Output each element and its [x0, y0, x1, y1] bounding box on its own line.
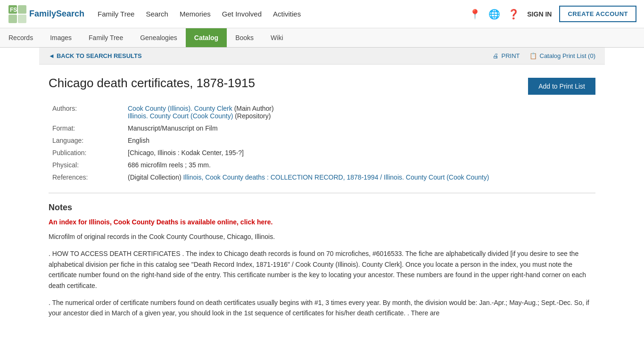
print-label: PRINT	[502, 52, 520, 59]
familysearch-logo-icon: FS	[8, 4, 27, 24]
main-content: Chicago death certificates, 1878-1915 Ad…	[39, 65, 605, 337]
nav-memories[interactable]: Memories	[180, 10, 211, 18]
print-link[interactable]: 🖨 PRINT	[493, 52, 520, 59]
back-to-search-link[interactable]: ◄ BACK TO SEARCH RESULTS	[49, 52, 142, 59]
author2-role: (Repository)	[233, 112, 271, 120]
help-icon[interactable]: ❓	[508, 8, 520, 20]
physical-label: Physical:	[49, 159, 124, 171]
format-row: Format: Manuscript/Manuscript on Film	[49, 122, 595, 134]
printer-icon: 🖨	[493, 52, 499, 59]
tab-books[interactable]: Books	[227, 28, 262, 47]
nav-get-involved[interactable]: Get Involved	[222, 10, 262, 18]
add-to-print-list-button[interactable]: Add to Print List	[528, 78, 595, 95]
authors-row: Authors: Cook County (Illinois). County …	[49, 102, 595, 122]
sign-in-link[interactable]: SIGN IN	[527, 10, 552, 18]
physical-value: 686 microfilm reels ; 35 mm.	[124, 159, 595, 171]
main-nav: Family Tree Search Memories Get Involved…	[98, 10, 469, 18]
references-value: (Digital Collection) Illinois, Cook Coun…	[124, 171, 595, 183]
references-label: References:	[49, 171, 124, 183]
svg-rect-1	[18, 5, 26, 14]
authors-value: Cook County (Illinois). County Clerk (Ma…	[124, 102, 595, 122]
notes-section: Notes An index for Illinois, Cook County…	[49, 203, 595, 319]
tab-wiki[interactable]: Wiki	[262, 28, 291, 47]
publication-label: Publication:	[49, 147, 124, 159]
notes-paragraph-1: Microfilm of original records in the Coo…	[49, 231, 595, 242]
language-value: English	[124, 134, 595, 147]
references-row: References: (Digital Collection) Illinoi…	[49, 171, 595, 183]
nav-activities[interactable]: Activities	[273, 10, 301, 18]
create-account-button[interactable]: CREATE ACCOUNT	[559, 6, 636, 22]
format-value: Manuscript/Manuscript on Film	[124, 122, 595, 134]
tab-records[interactable]: Records	[0, 28, 41, 47]
svg-rect-3	[18, 15, 26, 23]
tab-family-tree[interactable]: Family Tree	[80, 28, 132, 47]
record-title: Chicago death certificates, 1878-1915	[49, 76, 255, 90]
authors-label: Authors:	[49, 102, 124, 122]
publication-value: [Chicago, Illinois : Kodak Center, 195-?…	[124, 147, 595, 159]
language-label: Language:	[49, 134, 124, 147]
author2-link[interactable]: Illinois. County Court (Cook County)	[128, 112, 233, 120]
notes-heading: Notes	[49, 203, 595, 213]
physical-row: Physical: 686 microfilm reels ; 35 mm.	[49, 159, 595, 171]
references-link[interactable]: Illinois, Cook County deaths : COLLECTIO…	[183, 173, 489, 181]
notes-paragraph-3: . The numerical order of certificate num…	[49, 297, 595, 319]
globe-icon[interactable]: 🌐	[488, 8, 500, 20]
author1-link[interactable]: Cook County (Illinois). County Clerk	[128, 105, 232, 112]
catalog-print-label: Catalog Print List (0)	[540, 52, 596, 59]
chevron-left-icon: ◄	[49, 52, 55, 59]
tab-images[interactable]: Images	[41, 28, 80, 47]
section-divider	[49, 193, 595, 193]
svg-text:FS: FS	[10, 7, 17, 13]
nav-family-tree[interactable]: Family Tree	[98, 10, 134, 18]
logo-link[interactable]: FS FamilySearch	[8, 4, 84, 24]
tab-genealogies[interactable]: Genealogies	[132, 28, 186, 47]
breadcrumb-bar: ◄ BACK TO SEARCH RESULTS 🖨 PRINT 📋 Catal…	[39, 48, 605, 65]
author1-role: (Main Author)	[232, 105, 274, 112]
publication-row: Publication: [Chicago, Illinois : Kodak …	[49, 147, 595, 159]
svg-rect-2	[8, 15, 17, 23]
breadcrumb-right: 🖨 PRINT 📋 Catalog Print List (0)	[493, 52, 596, 59]
back-label: BACK TO SEARCH RESULTS	[57, 52, 142, 59]
language-row: Language: English	[49, 134, 595, 147]
online-notice[interactable]: An index for Illinois, Cook County Death…	[49, 218, 595, 226]
notes-paragraph-2: . HOW TO ACCESS DEATH CERTIFICATES . The…	[49, 248, 595, 291]
top-right-actions: 📍 🌐 ❓ SIGN IN CREATE ACCOUNT	[469, 6, 636, 22]
references-prefix: (Digital Collection)	[128, 173, 183, 181]
nav-search[interactable]: Search	[146, 10, 168, 18]
format-label: Format:	[49, 122, 124, 134]
catalog-print-list-link[interactable]: 📋 Catalog Print List (0)	[529, 52, 596, 59]
top-nav: FS FamilySearch Family Tree Search Memor…	[0, 0, 644, 28]
metadata-table: Authors: Cook County (Illinois). County …	[49, 102, 595, 183]
location-icon[interactable]: 📍	[469, 8, 481, 20]
list-icon: 📋	[529, 52, 537, 59]
tab-catalog[interactable]: Catalog	[186, 28, 227, 47]
sub-nav: Records Images Family Tree Genealogies C…	[0, 28, 644, 48]
record-header: Chicago death certificates, 1878-1915 Ad…	[49, 76, 595, 95]
logo-text: FamilySearch	[29, 9, 84, 19]
